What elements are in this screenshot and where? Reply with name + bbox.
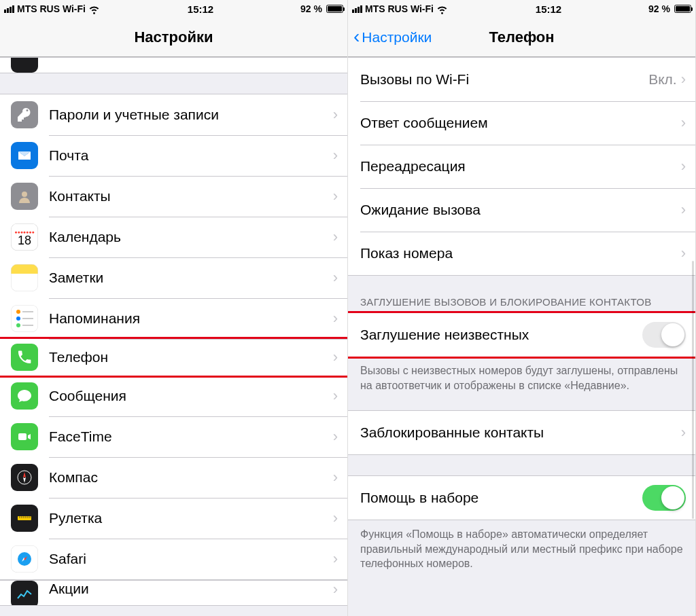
row-label: Напоминания <box>49 310 333 327</box>
chevron-right-icon: › <box>681 244 695 262</box>
sidebar-item-reminders[interactable]: Напоминания › <box>0 298 347 339</box>
toggle-silence-unknown[interactable] <box>642 322 686 348</box>
row-label: Почта <box>49 147 333 164</box>
ruler-icon <box>11 505 38 532</box>
chevron-right-icon: › <box>333 187 347 205</box>
row-label: Рулетка <box>49 510 333 526</box>
row-label: Сообщения <box>49 388 333 404</box>
row-label: Акции <box>49 581 333 597</box>
signal-icon <box>352 5 362 13</box>
reminders-icon <box>11 305 38 332</box>
row-value: Вкл. <box>648 71 677 88</box>
chevron-right-icon: › <box>333 348 347 366</box>
svg-rect-1 <box>18 433 27 440</box>
notes-icon <box>11 264 38 291</box>
sidebar-item-calendar[interactable]: ●●●●●●●18 Календарь › <box>0 217 347 257</box>
stocks-icon <box>11 581 38 605</box>
list-item[interactable] <box>0 58 347 73</box>
battery-label: 92 % <box>300 3 322 14</box>
safari-icon <box>11 545 38 573</box>
sidebar-item-notes[interactable]: Заметки › <box>0 257 347 298</box>
row-label: Заблокированные контакты <box>360 424 681 441</box>
row-label: Заметки <box>49 270 333 286</box>
row-dial-assist[interactable]: Помощь в наборе <box>348 476 695 520</box>
facetime-icon <box>11 423 38 450</box>
sidebar-item-phone[interactable]: Телефон › <box>0 337 347 378</box>
row-label: Заглушение неизвестных <box>360 327 642 343</box>
row-blocked-contacts[interactable]: Заблокированные контакты › <box>348 411 695 454</box>
svg-point-0 <box>22 192 27 197</box>
chevron-right-icon: › <box>333 387 347 405</box>
sidebar-item-safari[interactable]: Safari › <box>0 539 347 579</box>
messages-icon <box>11 382 38 410</box>
section-footer: Функция «Помощь в наборе» автоматически … <box>348 520 695 577</box>
toggle-dial-assist[interactable] <box>642 485 686 511</box>
wifi-icon <box>88 5 101 14</box>
row-label: Компас <box>49 469 333 486</box>
section-footer: Вызовы с неизвестных номеров будут заглу… <box>348 357 695 398</box>
sidebar-item-facetime[interactable]: FaceTime › <box>0 416 347 457</box>
row-forwarding[interactable]: Переадресация › <box>348 145 695 188</box>
mail-icon <box>11 142 38 169</box>
sidebar-item-passwords[interactable]: Пароли и учетные записи › <box>0 94 347 135</box>
chevron-right-icon: › <box>333 509 347 527</box>
row-caller-id[interactable]: Показ номера › <box>348 232 695 275</box>
row-label: Ответ сообщением <box>360 115 681 131</box>
status-time: 15:12 <box>188 3 213 15</box>
calendar-icon: ●●●●●●●18 <box>11 223 38 251</box>
section-header: ЗАГЛУШЕНИЕ ВЫЗОВОВ И БЛОКИРОВАНИЕ КОНТАК… <box>348 276 695 313</box>
row-label: Помощь в наборе <box>360 490 642 506</box>
row-label: Контакты <box>49 188 333 204</box>
chevron-right-icon: › <box>333 428 347 446</box>
sidebar-item-contacts[interactable]: Контакты › <box>0 176 347 217</box>
chevron-right-icon: › <box>681 158 695 175</box>
chevron-right-icon: › <box>333 106 347 124</box>
row-label: FaceTime <box>49 429 333 445</box>
row-call-waiting[interactable]: Ожидание вызова › <box>348 188 695 232</box>
status-bar: MTS RUS Wi-Fi 15:12 92 % <box>348 0 695 18</box>
phone-icon <box>11 344 38 371</box>
chevron-right-icon: › <box>333 469 347 486</box>
contacts-icon <box>11 183 38 210</box>
sidebar-item-mail[interactable]: Почта › <box>0 135 347 176</box>
scrollbar[interactable] <box>692 261 694 519</box>
chevron-right-icon: › <box>681 201 695 219</box>
row-wifi-calling[interactable]: Вызовы по Wi-Fi Вкл. › <box>348 58 695 101</box>
chevron-right-icon: › <box>333 228 347 246</box>
row-label: Пароли и учетные записи <box>49 107 333 123</box>
row-silence-unknown[interactable]: Заглушение неизвестных <box>348 313 695 357</box>
wifi-icon <box>436 5 449 14</box>
sidebar-item-messages[interactable]: Сообщения › <box>0 376 347 416</box>
nav-header: ‹ Настройки Телефон <box>348 18 695 57</box>
phone-settings-list[interactable]: Вызовы по Wi-Fi Вкл. › Ответ сообщением … <box>348 57 695 616</box>
chevron-right-icon: › <box>333 147 347 164</box>
status-time: 15:12 <box>536 3 561 15</box>
settings-list[interactable]: Пароли и учетные записи › Почта › Контак… <box>0 57 347 616</box>
page-title: Настройки <box>0 29 347 46</box>
app-icon <box>11 58 38 73</box>
status-bar: MTS RUS Wi-Fi 15:12 92 % <box>0 0 347 18</box>
carrier-label: MTS RUS Wi-Fi <box>17 3 86 14</box>
row-respond-text[interactable]: Ответ сообщением › <box>348 101 695 145</box>
row-label: Вызовы по Wi-Fi <box>360 71 648 88</box>
row-label: Ожидание вызова <box>360 202 681 218</box>
sidebar-item-stocks[interactable]: Акции › <box>0 581 347 605</box>
chevron-right-icon: › <box>333 550 347 568</box>
back-button[interactable]: ‹ Настройки <box>353 28 432 47</box>
row-label: Переадресация <box>360 158 681 175</box>
sidebar-item-measure[interactable]: Рулетка › <box>0 498 347 539</box>
back-label: Настройки <box>362 29 432 46</box>
chevron-right-icon: › <box>681 114 695 132</box>
key-icon <box>11 101 38 128</box>
carrier-label: MTS RUS Wi-Fi <box>365 3 434 14</box>
chevron-left-icon: ‹ <box>353 27 360 46</box>
chevron-right-icon: › <box>333 581 347 598</box>
row-label: Календарь <box>49 229 333 245</box>
sidebar-item-compass[interactable]: Компас › <box>0 457 347 498</box>
phone-settings-screen: MTS RUS Wi-Fi 15:12 92 % ‹ Настройки Тел… <box>348 0 696 616</box>
battery-icon <box>326 5 343 13</box>
chevron-right-icon: › <box>333 310 347 327</box>
battery-label: 92 % <box>648 3 670 14</box>
chevron-right-icon: › <box>681 71 695 88</box>
battery-icon <box>674 5 691 13</box>
